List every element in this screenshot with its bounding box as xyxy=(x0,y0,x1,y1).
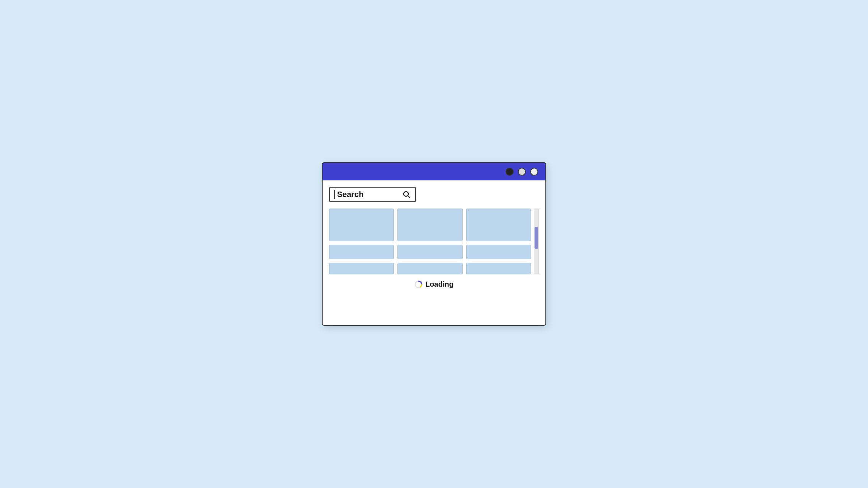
grid-card xyxy=(397,263,462,274)
svg-line-1 xyxy=(408,196,410,198)
search-cursor xyxy=(334,190,335,199)
loading-spinner-icon xyxy=(414,281,422,288)
grid-card xyxy=(466,209,531,241)
grid-card xyxy=(329,263,394,274)
grid-card xyxy=(397,245,462,259)
scrollbar-thumb[interactable] xyxy=(535,227,538,249)
close-button[interactable] xyxy=(506,168,514,176)
loading-text: Loading xyxy=(425,280,454,288)
browser-content: Search xyxy=(323,180,545,325)
minimize-button[interactable] xyxy=(518,168,526,176)
search-bar[interactable]: Search xyxy=(329,187,416,202)
search-input-value: Search xyxy=(337,190,399,199)
grid-card xyxy=(329,245,394,259)
svg-point-0 xyxy=(404,192,408,196)
content-grid xyxy=(329,209,531,274)
browser-window: Search xyxy=(322,162,546,326)
grid-card xyxy=(329,209,394,241)
grid-card xyxy=(397,209,462,241)
maximize-button[interactable] xyxy=(530,168,538,176)
search-icon xyxy=(402,190,411,199)
browser-titlebar xyxy=(323,163,545,180)
grid-card xyxy=(466,245,531,259)
search-bar-container: Search xyxy=(329,187,539,202)
grid-and-scrollbar xyxy=(329,209,539,274)
scrollbar-track[interactable] xyxy=(534,209,539,274)
grid-card xyxy=(466,263,531,274)
loading-indicator: Loading xyxy=(329,280,539,290)
